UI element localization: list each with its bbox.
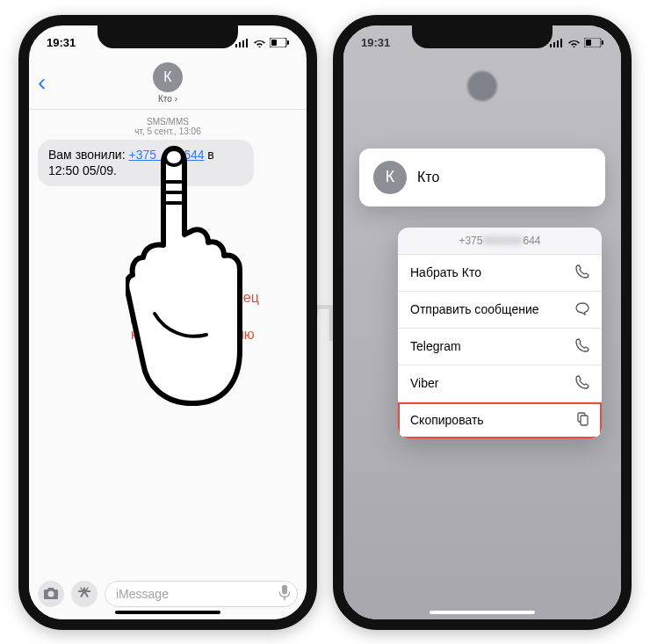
thread-date: чт, 5 сент., 13:06	[29, 127, 307, 136]
phone-right: 19:31 К Кто +375000000644 Набрать КтоОтп…	[333, 15, 632, 630]
battery-icon	[270, 38, 289, 47]
svg-rect-11	[282, 584, 287, 594]
pointing-hand-icon	[126, 140, 249, 412]
avatar: К	[373, 161, 407, 194]
avatar: К	[153, 62, 183, 92]
battery-icon	[584, 38, 603, 47]
phone-left: 19:31 ‹ К Кто › SMS/MMS чт, 5 сент., 13:…	[18, 15, 317, 630]
svg-rect-19	[586, 40, 591, 46]
svg-rect-3	[246, 39, 248, 47]
message-input[interactable]: iMessage	[105, 581, 298, 607]
status-icons	[550, 38, 603, 47]
thread-type: SMS/MMS	[29, 117, 307, 127]
menu-item-label: Скопировать	[410, 413, 484, 427]
copy-icon	[575, 412, 589, 429]
svg-point-7	[165, 149, 183, 165]
menu-item-3[interactable]: Viber	[398, 365, 602, 402]
signal-icon	[550, 39, 564, 47]
blurred-avatar	[467, 71, 497, 101]
phone-icon	[575, 264, 589, 281]
svg-rect-0	[235, 44, 237, 47]
contact-name: Кто	[417, 170, 439, 185]
menu-header-number: +375000000644	[398, 228, 602, 255]
home-indicator[interactable]	[115, 611, 220, 614]
svg-rect-14	[553, 42, 555, 47]
menu-item-0[interactable]: Набрать Кто	[398, 255, 602, 292]
contact-name: Кто ›	[158, 94, 177, 104]
contact-header[interactable]: К Кто ›	[38, 62, 298, 104]
message-placeholder: iMessage	[116, 587, 169, 601]
status-time: 19:31	[361, 36, 390, 49]
menu-item-label: Viber	[410, 376, 438, 390]
bubble-prefix: Вам звонили:	[48, 148, 128, 162]
camera-button[interactable]	[38, 581, 64, 607]
status-icons	[235, 38, 289, 47]
menu-item-label: Набрать Кто	[410, 265, 481, 279]
phone-icon	[575, 375, 589, 392]
thread-meta: SMS/MMS чт, 5 сент., 13:06	[29, 117, 307, 136]
messages-header: ‹ К Кто ›	[29, 61, 307, 110]
notch	[98, 25, 238, 48]
home-indicator[interactable]	[430, 611, 535, 614]
notch	[412, 25, 552, 48]
svg-rect-6	[271, 40, 277, 46]
menu-item-label: Telegram	[410, 339, 461, 353]
mic-button[interactable]	[279, 584, 290, 603]
camera-icon	[44, 588, 58, 599]
svg-rect-15	[557, 40, 559, 47]
svg-rect-5	[287, 40, 289, 45]
svg-rect-21	[581, 416, 588, 425]
appstore-button[interactable]	[71, 581, 98, 607]
svg-rect-16	[560, 39, 562, 47]
context-menu: +375000000644 Набрать КтоОтправить сообщ…	[398, 228, 602, 438]
phone-icon	[575, 338, 589, 355]
contact-card[interactable]: К Кто	[359, 148, 605, 206]
svg-rect-1	[239, 42, 241, 47]
mic-icon	[279, 584, 290, 600]
signal-icon	[235, 39, 249, 47]
menu-item-1[interactable]: Отправить сообщение	[398, 292, 602, 329]
status-time: 19:31	[47, 36, 76, 49]
wifi-icon	[567, 38, 581, 47]
appstore-icon	[77, 587, 91, 601]
svg-rect-18	[602, 40, 603, 45]
message-icon	[575, 301, 589, 318]
svg-rect-2	[242, 40, 244, 47]
menu-item-4[interactable]: Скопировать	[398, 402, 602, 438]
svg-rect-13	[550, 44, 552, 47]
wifi-icon	[253, 38, 266, 47]
menu-item-2[interactable]: Telegram	[398, 329, 602, 365]
menu-item-label: Отправить сообщение	[410, 302, 539, 316]
